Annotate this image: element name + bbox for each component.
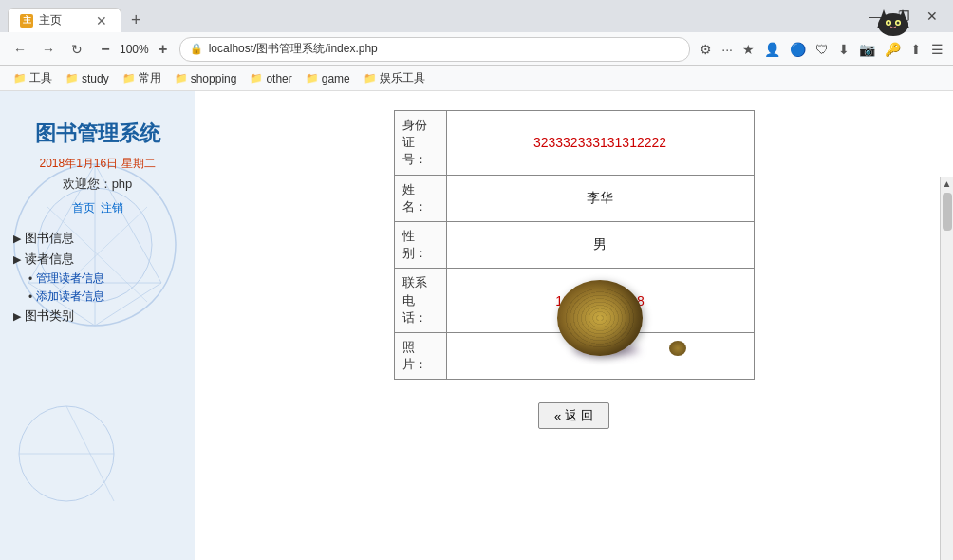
scroll-up-arrow[interactable]: ▲ xyxy=(941,177,953,191)
cat-mascot xyxy=(869,0,917,36)
reader-submenu: 管理读者信息 添加读者信息 xyxy=(9,270,185,306)
bookmark-game[interactable]: 📁 game xyxy=(300,70,356,87)
active-tab[interactable]: 主 主页 ✕ xyxy=(8,8,121,32)
url-text: localhost/图书管理系统/index.php xyxy=(209,41,681,57)
folder-icon: 📁 xyxy=(364,72,377,84)
bookmark-label: study xyxy=(82,72,109,85)
share-icon[interactable]: ⬆ xyxy=(908,40,924,59)
menu-label: 图书信息 xyxy=(25,230,74,247)
book-category-menu[interactable]: ▶ 图书类别 xyxy=(9,306,185,327)
side-menu: ▶ 图书信息 ▶ 读者信息 管理读者信息 添加读者信息 ▶ xyxy=(9,228,185,327)
svg-point-5 xyxy=(888,22,890,25)
page-content: 图书管理系统 2018年1月16日 星期二 欢迎您：php 首页 注销 ▶ 图书… xyxy=(0,91,953,560)
camera-icon[interactable]: 📷 xyxy=(857,40,877,59)
bookmark-common[interactable]: 📁 常用 xyxy=(117,68,167,88)
bookmark-label: shopping xyxy=(191,72,237,85)
name-value: 李华 xyxy=(446,175,754,221)
folder-icon: 📁 xyxy=(175,72,188,84)
menu-icon[interactable]: ☰ xyxy=(929,40,945,59)
book-info-menu[interactable]: ▶ 图书信息 xyxy=(9,228,185,249)
gender-row: 性别： 男 xyxy=(394,221,754,268)
key-icon[interactable]: 🔑 xyxy=(883,40,903,59)
refresh-button[interactable]: ↻ xyxy=(65,37,89,62)
back-icon: « xyxy=(554,409,561,423)
name-label: 姓名： xyxy=(394,175,446,221)
nav-links: 首页 注销 xyxy=(72,200,123,216)
folder-icon: 📁 xyxy=(122,72,136,84)
back-nav-button[interactable]: ← xyxy=(8,37,32,62)
scroll-thumb[interactable] xyxy=(943,193,952,231)
sub-item-label: 管理读者信息 xyxy=(36,271,104,287)
home-link[interactable]: 首页 xyxy=(72,200,95,216)
sidebar: 图书管理系统 2018年1月16日 星期二 欢迎您：php 首页 注销 ▶ 图书… xyxy=(0,91,195,560)
folder-icon: 📁 xyxy=(250,72,263,84)
gender-value: 男 xyxy=(446,221,754,268)
folder-icon: 📁 xyxy=(65,72,79,84)
date-display: 2018年1月16日 星期二 xyxy=(39,156,155,172)
main-content: 身份证号： 323332333131312222 姓名： 李华 性别： 男 联系… xyxy=(195,91,953,560)
scrollbar[interactable]: ▲ xyxy=(940,177,953,560)
arrow-icon: ▶ xyxy=(13,233,21,245)
zoom-decrease-button[interactable]: − xyxy=(93,37,118,62)
close-button[interactable]: ✕ xyxy=(919,5,945,28)
welcome-text: 欢迎您：php xyxy=(63,176,133,193)
folder-icon: 📁 xyxy=(306,72,319,84)
adblock-icon[interactable]: 🛡 xyxy=(813,40,831,59)
photo-label: 照片： xyxy=(394,332,446,379)
photo-row: 照片： xyxy=(394,332,754,379)
bookmark-label: 娱乐工具 xyxy=(380,70,425,86)
tab-close-button[interactable]: ✕ xyxy=(94,14,109,28)
bookmark-tools[interactable]: 📁 工具 xyxy=(8,68,58,88)
user-icon[interactable]: 👤 xyxy=(762,40,782,59)
security-icon: 🔒 xyxy=(190,43,203,55)
bookmark-label: game xyxy=(322,72,350,85)
nav-bar: ← → ↻ − 100% + 🔒 localhost/图书管理系统/index.… xyxy=(0,32,953,66)
bookmark-entertainment[interactable]: 📁 娱乐工具 xyxy=(358,68,431,88)
bookmark-label: 工具 xyxy=(29,70,52,86)
menu-label: 读者信息 xyxy=(25,251,74,268)
svg-point-6 xyxy=(897,22,900,25)
nav-icons: ⚙ ··· ★ 👤 🔵 🛡 ⬇ 📷 🔑 ⬆ ☰ xyxy=(698,40,945,59)
bookmark-other[interactable]: 📁 other xyxy=(244,70,297,87)
logout-link[interactable]: 注销 xyxy=(101,200,123,216)
menu-label: 图书类别 xyxy=(25,308,74,325)
back-button[interactable]: « 返 回 xyxy=(538,402,609,429)
arrow-icon: ▶ xyxy=(13,310,21,323)
bookmark-label: 常用 xyxy=(139,70,161,86)
more-icon[interactable]: ··· xyxy=(719,40,735,59)
name-row: 姓名： 李华 xyxy=(394,175,754,221)
zoom-level: 100% xyxy=(120,43,149,56)
id-row: 身份证号： 323332333131312222 xyxy=(394,111,754,176)
bookmarks-bar: 📁 工具 📁 study 📁 常用 📁 shopping 📁 other 📁 g… xyxy=(0,66,953,91)
new-tab-button[interactable]: + xyxy=(125,9,147,32)
add-reader-item[interactable]: 添加读者信息 xyxy=(25,288,185,306)
phone-label: 联系电话： xyxy=(394,269,446,333)
zoom-increase-button[interactable]: + xyxy=(151,37,176,62)
bookmark-icon[interactable]: ★ xyxy=(740,40,757,59)
hay-bale xyxy=(557,280,643,356)
forward-nav-button[interactable]: → xyxy=(36,37,61,62)
reader-detail-table: 身份证号： 323332333131312222 姓名： 李华 性别： 男 联系… xyxy=(394,110,755,380)
small-hay-bale xyxy=(669,341,686,356)
folder-icon: 📁 xyxy=(13,72,27,84)
tab-title: 主页 xyxy=(39,12,88,28)
reader-mode-icon[interactable]: ⚙ xyxy=(698,40,714,59)
bookmark-label: other xyxy=(266,72,291,85)
arrow-icon: ▶ xyxy=(13,253,21,266)
download-icon[interactable]: ⬇ xyxy=(836,40,851,59)
bookmark-shopping[interactable]: 📁 shopping xyxy=(169,70,243,87)
system-title: 图书管理系统 xyxy=(35,120,160,148)
id-label: 身份证号： xyxy=(394,111,446,176)
back-label: 返 回 xyxy=(565,407,593,424)
bookmark-study[interactable]: 📁 study xyxy=(60,70,115,87)
sub-item-label: 添加读者信息 xyxy=(36,289,104,305)
title-bar: 主 主页 ✕ + — ❐ ✕ xyxy=(0,0,953,32)
browser-window: 主 主页 ✕ + — ❐ ✕ ← → ↻ − 100% xyxy=(0,0,953,560)
id-value: 323332333131312222 xyxy=(446,111,754,176)
address-bar[interactable]: 🔒 localhost/图书管理系统/index.php xyxy=(179,37,691,62)
tab-favicon: 主 xyxy=(20,14,33,28)
svg-point-2 xyxy=(878,13,908,36)
extension1-icon[interactable]: 🔵 xyxy=(788,40,808,59)
manage-reader-item[interactable]: 管理读者信息 xyxy=(25,270,185,288)
reader-info-menu[interactable]: ▶ 读者信息 xyxy=(9,249,185,270)
